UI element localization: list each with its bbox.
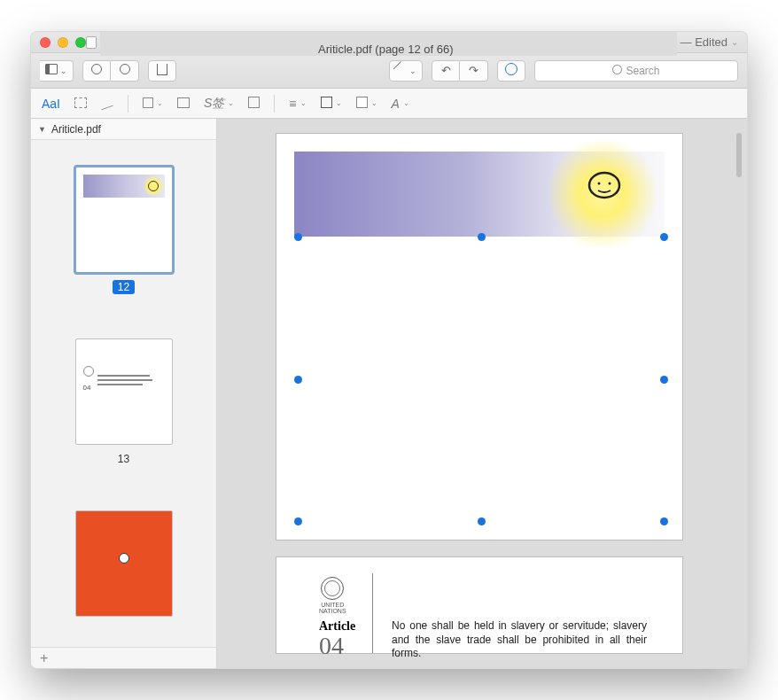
thumbnail-preview [75,510,173,617]
zoom-out-button[interactable] [82,60,111,82]
search-icon [612,65,622,77]
rotate-left-icon [441,64,451,77]
un-emblem-icon [321,577,344,600]
markup-toolbar: AaI ⌄ S签⌄ ⌄ ⌄ ⌄ A⌄ [31,89,747,119]
page-12[interactable] [276,133,683,541]
sketch-icon [101,97,113,111]
article-body-text: No one shall be held in slavery or servi… [392,619,647,661]
close-window-button[interactable] [40,37,51,48]
border-color-tool[interactable]: ⌄ [321,97,342,111]
textbox-icon [177,97,190,111]
sidebar-title: Ariticle.pdf [51,123,101,136]
share-icon [157,64,167,78]
zoom-in-button[interactable] [111,60,139,82]
line-style-icon [289,97,296,111]
line-style-tool[interactable]: ⌄ [289,97,306,111]
search-placeholder: Search [626,65,659,77]
thumbnail-preview: 04 [75,338,173,445]
selection-handle[interactable] [294,517,302,525]
zoom-in-icon [120,64,130,77]
preview-window: Ariticle.pdf (page 12 of 66) — Edited ⌄ … [30,31,748,669]
un-text-line2: NATIONS [319,608,346,614]
rect-select-tool[interactable] [74,97,87,111]
note-tool[interactable] [248,97,260,111]
highlight-button[interactable]: ⌄ [389,60,423,82]
content-area: ▼ Ariticle.pdf 12 04 13 [31,119,747,668]
selection-handle[interactable] [660,233,668,241]
search-input[interactable]: Search [534,60,738,82]
selection-handle[interactable] [478,517,486,525]
selection-handle[interactable] [660,517,668,525]
sidebar-icon [45,64,58,77]
sign-tool[interactable]: S签⌄ [204,96,234,112]
window-title: Ariticle.pdf (page 12 of 66) — Edited ⌄ [86,31,738,56]
page-13[interactable]: UNITED NATIONS Article 04 No one shall b… [276,556,683,654]
svg-point-2 [609,183,611,185]
un-text-line1: UNITED [319,602,346,608]
un-logo: UNITED NATIONS [319,577,346,614]
thumbnail-sidebar: ▼ Ariticle.pdf 12 04 13 [31,119,217,668]
fullscreen-window-button[interactable] [75,37,86,48]
sun-face-graphic [585,169,624,201]
toolbar-divider [274,95,275,113]
sketch-tool[interactable] [101,97,113,111]
rotate-left-button[interactable] [432,60,460,82]
rect-select-icon [74,97,87,111]
title-dropdown-icon[interactable]: ⌄ [731,37,738,47]
minimize-window-button[interactable] [58,37,68,48]
selection-handle[interactable] [660,376,668,384]
markup-button[interactable] [497,60,525,82]
page-thumbnail[interactable]: 04 13 [75,338,173,466]
rotate-right-icon [469,64,478,77]
share-button[interactable] [148,60,176,82]
page-thumbnail[interactable]: 12 [75,167,173,294]
svg-point-1 [598,183,601,185]
thumbnail-page-number: 12 [113,280,135,294]
window-controls [40,37,86,48]
article-number: 04 [319,632,344,660]
font-style-tool[interactable]: A⌄ [392,97,409,111]
svg-point-0 [589,173,619,198]
title-status: — Edited [681,35,727,49]
selection-handle[interactable] [478,233,486,241]
fill-color-tool[interactable]: ⌄ [356,97,377,111]
title-pageinfo: (page 12 of 66) [375,43,453,56]
sidebar-toggle-button[interactable]: ⌄ [40,60,74,82]
document-viewport[interactable]: UNITED NATIONS Article 04 No one shall b… [217,119,747,668]
shapes-icon [143,97,153,111]
shapes-tool[interactable]: ⌄ [143,97,163,111]
textbox-tool[interactable] [177,97,190,111]
selection-handle[interactable] [294,233,302,241]
pdf-file-icon [86,36,97,49]
main-toolbar: ⌄ ⌄ Search [31,53,747,89]
main-scrollbar[interactable] [736,133,742,177]
selection-box[interactable] [298,237,665,522]
border-color-icon [321,97,332,111]
fill-color-icon [356,97,368,111]
add-page-button[interactable]: + [31,647,216,668]
page-thumbnail[interactable] [75,510,173,617]
pencil-icon [395,64,407,77]
thumbnail-list[interactable]: 12 04 13 [31,140,216,647]
toolbar-divider [128,95,128,113]
zoom-out-icon [91,64,102,77]
note-icon [248,97,260,111]
text-select-tool[interactable]: AaI [42,97,60,111]
rotate-right-button[interactable] [460,60,488,82]
thumbnail-preview [75,167,173,273]
markup-icon [505,63,517,78]
vertical-rule [372,573,373,653]
selection-handle[interactable] [294,376,302,384]
disclosure-triangle-icon: ▼ [38,125,46,134]
thumbnail-page-number: 13 [118,453,129,465]
title-filename: Ariticle.pdf [318,43,372,56]
titlebar: Ariticle.pdf (page 12 of 66) — Edited ⌄ [31,32,747,53]
sidebar-file-header[interactable]: ▼ Ariticle.pdf [31,119,216,140]
